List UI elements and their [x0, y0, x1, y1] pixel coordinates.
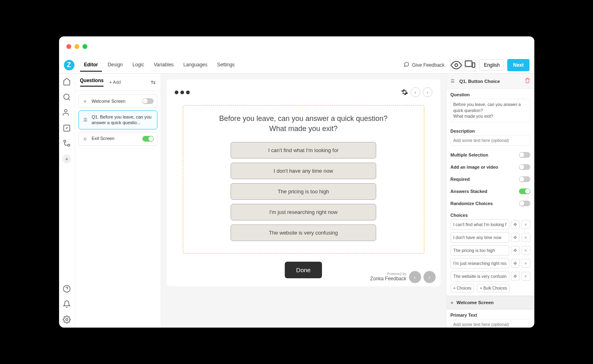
remove-icon[interactable]: ×	[521, 272, 530, 281]
choice-text-input[interactable]	[451, 245, 509, 256]
preview-button[interactable]	[450, 59, 462, 71]
choice-option[interactable]: The website is very confusing	[231, 224, 376, 241]
question-text-input[interactable]: Before you leave, can you answer a quick…	[451, 99, 530, 122]
move-icon[interactable]: ✥	[511, 233, 520, 242]
nav-design[interactable]: Design	[104, 59, 127, 72]
randomize-toggle[interactable]	[519, 201, 530, 206]
workflow-icon[interactable]	[63, 139, 71, 147]
description-input[interactable]	[451, 135, 530, 146]
app-window: Z Editor Design Logic Variables Language…	[59, 36, 534, 328]
choice-row: ✥ ×	[451, 219, 530, 230]
svg-point-7	[68, 144, 70, 146]
nav-next-button[interactable]: ›	[424, 271, 436, 283]
question-title: Before you leave, can you answer a quick…	[216, 114, 392, 134]
exit-screen-item[interactable]: ⎋ Exit Screen	[78, 132, 157, 146]
svg-rect-1	[465, 61, 472, 66]
choice-text-input[interactable]	[451, 271, 509, 281]
remove-icon[interactable]: ×	[521, 220, 530, 229]
delete-question-button[interactable]	[525, 78, 530, 85]
maximize-window-icon[interactable]	[83, 44, 87, 49]
choice-text-input[interactable]	[451, 258, 509, 269]
home-icon[interactable]	[63, 78, 71, 86]
add-rail-button[interactable]: +	[62, 154, 71, 163]
nav-prev-button[interactable]: ‹	[409, 271, 421, 283]
close-window-icon[interactable]	[66, 44, 71, 49]
choice-option[interactable]: I'm just researching right now	[231, 204, 376, 220]
welcome-screen-item[interactable]: ⎆ Welcome Screen	[78, 94, 157, 108]
minimize-window-icon[interactable]	[74, 44, 79, 49]
give-feedback-label: Give Feedback	[412, 62, 445, 68]
choice-text-input[interactable]	[451, 232, 509, 243]
q1-item[interactable]: ☰ Q1. Before you leave, can you answer a…	[78, 110, 157, 129]
choice-row: ✥ ×	[451, 232, 530, 243]
desktop-mobile-button[interactable]	[464, 59, 476, 71]
main-nav: Editor Design Logic Variables Languages …	[80, 59, 239, 72]
choice-option[interactable]: The pricing is too high	[231, 183, 376, 200]
enter-icon: ⎆	[82, 98, 89, 104]
multiple-selection-label: Multiple Selection	[451, 152, 489, 157]
questions-header: Questions + Add ⇆	[75, 74, 161, 91]
multiple-selection-toggle[interactable]	[519, 152, 530, 158]
stacked-toggle[interactable]	[519, 188, 530, 194]
give-feedback-link[interactable]: Give Feedback	[404, 61, 445, 68]
topbar: Z Editor Design Logic Variables Language…	[59, 57, 534, 74]
svg-point-6	[64, 140, 66, 142]
nav-variables[interactable]: Variables	[150, 59, 178, 72]
questions-tab[interactable]: Questions	[80, 78, 104, 87]
nav-settings[interactable]: Settings	[213, 59, 239, 72]
help-icon[interactable]	[63, 285, 71, 293]
choices-label: Choices	[451, 213, 530, 218]
stage-settings-icon[interactable]	[401, 89, 408, 96]
remove-icon[interactable]: ×	[521, 233, 530, 242]
gear-icon[interactable]	[63, 315, 71, 324]
dot-icon	[180, 91, 184, 94]
search-icon[interactable]	[63, 93, 71, 101]
add-choices-button[interactable]: + Choices	[451, 284, 474, 292]
svg-point-3	[64, 94, 69, 99]
question-container[interactable]: Before you leave, can you answer a quick…	[183, 105, 424, 254]
tasks-icon[interactable]	[63, 124, 71, 132]
dot-icon	[186, 91, 190, 94]
stacked-label: Answers Stacked	[451, 189, 487, 194]
move-icon[interactable]: ✥	[511, 259, 520, 268]
add-image-toggle[interactable]	[519, 164, 530, 170]
preview-stage: ‹ › Before you leave, can you answer a q…	[167, 79, 441, 286]
users-icon[interactable]	[63, 108, 71, 116]
button-choice-icon: ☰	[82, 116, 89, 123]
svg-point-9	[66, 319, 68, 321]
svg-point-4	[64, 110, 67, 112]
bell-icon[interactable]	[63, 300, 71, 308]
nav-languages[interactable]: Languages	[179, 59, 211, 72]
remove-icon[interactable]: ×	[521, 246, 530, 255]
powered-by: Powered by Zonka Feedback	[370, 272, 406, 281]
language-selector[interactable]: English	[479, 59, 504, 71]
stage-next-button[interactable]: ›	[423, 87, 432, 97]
choice-text-input[interactable]	[451, 219, 509, 230]
move-icon[interactable]: ✥	[511, 246, 520, 255]
required-label: Required	[451, 177, 470, 182]
choice-option[interactable]: I don't have any time now	[231, 163, 376, 179]
randomize-label: Randomize Choices	[451, 201, 493, 206]
choice-option[interactable]: I can't find what I'm looking for	[231, 142, 376, 159]
nav-logic[interactable]: Logic	[129, 59, 148, 72]
choice-row: ✥ ×	[451, 271, 530, 281]
welcome-section[interactable]: ⎆ Welcome Screen	[447, 296, 534, 309]
remove-icon[interactable]: ×	[521, 259, 530, 268]
next-button[interactable]: Next	[507, 59, 529, 71]
welcome-toggle[interactable]	[142, 98, 154, 104]
required-toggle[interactable]	[519, 176, 530, 182]
brand-logo[interactable]: Z	[64, 60, 74, 70]
primary-text-label: Primary Text	[451, 313, 530, 317]
stage-prev-button[interactable]: ‹	[411, 87, 420, 97]
nav-editor[interactable]: Editor	[80, 59, 102, 72]
move-icon[interactable]: ✥	[511, 220, 520, 229]
add-question-button[interactable]: + Add	[109, 80, 121, 85]
primary-text-input[interactable]	[451, 319, 530, 328]
move-icon[interactable]: ✥	[511, 272, 520, 281]
svg-point-0	[455, 63, 458, 66]
collapse-icon[interactable]: ⇆	[151, 79, 156, 85]
exit-toggle[interactable]	[142, 136, 154, 142]
bulk-choices-button[interactable]: + Bulk Choices	[477, 284, 510, 292]
done-button[interactable]: Done	[285, 262, 322, 278]
stage-nav: ‹ ›	[409, 271, 436, 283]
